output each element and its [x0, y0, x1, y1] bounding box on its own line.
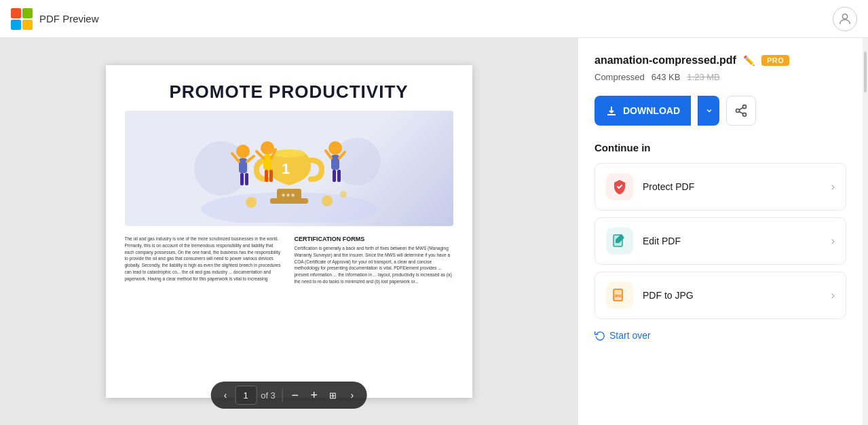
svg-point-15 [261, 141, 274, 155]
protect-pdf-icon [611, 179, 628, 195]
zoom-out-button[interactable]: − [286, 386, 305, 405]
main-content: PROMOTE PRODUCTIVITY [0, 38, 868, 425]
pdf-viewer: PROMOTE PRODUCTIVITY [0, 38, 578, 425]
next-page-button[interactable]: › [343, 386, 362, 405]
continue-item-protect[interactable]: Protect PDF › [595, 163, 846, 210]
app-logo [11, 8, 33, 30]
pdf-to-jpg-icon: JPG [611, 287, 628, 303]
pdf-to-jpg-label: PDF to JPG [643, 290, 694, 301]
chevron-down-icon [705, 107, 713, 115]
download-label: DOWNLOAD [623, 105, 680, 116]
svg-rect-19 [265, 170, 268, 182]
svg-text:JPG: JPG [614, 294, 622, 298]
continue-item-edit[interactable]: Edit PDF › [595, 217, 846, 265]
pdf-page-title: PROMOTE PRODUCTIVITY [125, 81, 453, 103]
svg-line-33 [739, 111, 743, 113]
pdf-section-title: CERTIFICATION FORMS [295, 236, 453, 242]
edit-pdf-label: Edit PDF [643, 236, 681, 246]
svg-line-12 [247, 156, 254, 162]
divider [282, 388, 283, 402]
svg-rect-20 [269, 170, 273, 182]
download-button[interactable]: DOWNLOAD [595, 96, 691, 126]
svg-point-21 [328, 141, 342, 155]
svg-point-31 [736, 109, 740, 113]
pdf-body-left: The oil and gas industry is one of the m… [125, 236, 284, 282]
svg-point-0 [842, 14, 847, 18]
pdf-col-left: The oil and gas industry is one of the m… [125, 236, 284, 285]
svg-rect-16 [263, 155, 271, 170]
app-title: PDF Preview [39, 13, 99, 24]
protect-chevron-icon: › [831, 181, 835, 193]
svg-rect-14 [245, 173, 248, 185]
pro-badge: PRO [761, 55, 789, 66]
pdf-illustration: ★★★ 1 [125, 111, 453, 226]
svg-text:★★★: ★★★ [281, 192, 295, 198]
scrollbar-thumb [864, 52, 867, 92]
file-header: anamation-compressed.pdf ✏️ PRO [595, 54, 846, 67]
svg-point-30 [743, 105, 747, 109]
svg-point-6 [273, 149, 305, 158]
page-number-input[interactable] [235, 386, 257, 405]
start-over-label: Start over [609, 330, 651, 341]
scrollbar [863, 38, 868, 425]
edit-icon-container [606, 227, 633, 255]
edit-pdf-icon [611, 233, 628, 249]
file-meta: Compressed 643 KB 1.23 MB [595, 72, 846, 82]
app-header: PDF Preview [0, 0, 868, 38]
trophy-svg: ★★★ 1 [181, 114, 398, 223]
download-arrow-button[interactable] [698, 96, 719, 126]
page-count: of 3 [261, 390, 276, 401]
share-button[interactable] [726, 96, 756, 126]
fit-page-button[interactable]: ⊞ [324, 386, 343, 405]
svg-point-27 [246, 197, 257, 208]
share-icon [734, 104, 748, 117]
svg-rect-22 [331, 155, 339, 170]
continue-item-jpg[interactable]: JPG PDF to JPG › [595, 272, 846, 319]
start-over-icon [595, 330, 605, 341]
start-over-button[interactable]: Start over [595, 330, 846, 341]
jpg-icon-container: JPG [606, 282, 633, 309]
pdf-body-right: Certification is generally a back and fo… [295, 245, 453, 285]
svg-point-29 [340, 191, 347, 198]
protect-pdf-label: Protect PDF [643, 181, 694, 192]
zoom-in-button[interactable]: + [305, 386, 324, 405]
right-sidebar: anamation-compressed.pdf ✏️ PRO Compress… [578, 38, 863, 425]
pdf-col-right: CERTIFICATION FORMS Certification is gen… [295, 236, 453, 285]
svg-rect-26 [337, 170, 341, 182]
file-size: 643 KB [652, 72, 681, 82]
svg-rect-5 [270, 198, 308, 204]
svg-line-34 [739, 107, 743, 109]
svg-point-9 [236, 145, 250, 158]
file-name: anamation-compressed.pdf [595, 54, 736, 67]
compressed-label: Compressed [595, 72, 645, 82]
prev-page-button[interactable]: ‹ [216, 386, 235, 405]
continue-item-left-protect: Protect PDF [606, 173, 694, 200]
svg-rect-13 [240, 173, 244, 185]
pdf-page: PROMOTE PRODUCTIVITY [106, 65, 472, 398]
svg-text:1: 1 [281, 160, 289, 177]
svg-point-28 [322, 196, 333, 206]
action-row: DOWNLOAD [595, 96, 846, 126]
edit-filename-icon[interactable]: ✏️ [743, 55, 755, 66]
svg-rect-25 [333, 170, 336, 182]
protect-icon-container [606, 173, 633, 200]
header-left: PDF Preview [11, 8, 99, 30]
jpg-chevron-icon: › [831, 289, 835, 301]
svg-rect-10 [239, 158, 247, 173]
continue-item-left-jpg: JPG PDF to JPG [606, 282, 694, 309]
download-icon [605, 105, 618, 117]
pagination-bar: ‹ of 3 − + ⊞ › [210, 382, 367, 409]
edit-chevron-icon: › [831, 235, 835, 247]
original-size: 1.23 MB [687, 72, 719, 82]
svg-point-32 [743, 113, 747, 116]
continue-label: Continue in [595, 142, 846, 153]
pdf-columns: The oil and gas industry is one of the m… [125, 236, 453, 285]
continue-item-left-edit: Edit PDF [606, 227, 681, 255]
user-avatar-button[interactable] [833, 7, 857, 31]
